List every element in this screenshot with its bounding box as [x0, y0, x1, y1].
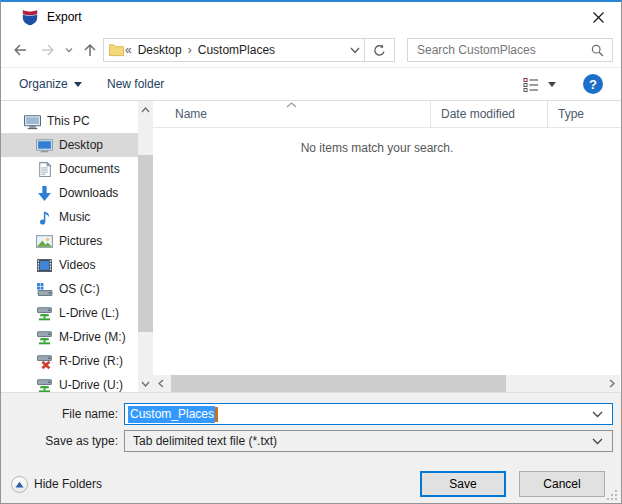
export-save-dialog: Export — [0, 0, 622, 504]
sidebar-item-label: OS (C:) — [59, 282, 100, 296]
app-shield-icon — [21, 7, 39, 26]
text-caret — [215, 407, 218, 422]
save-as-type-dropdown-icon — [592, 438, 603, 445]
file-name-input[interactable]: Custom_Places — [124, 403, 613, 425]
os-drive-icon — [36, 281, 53, 298]
help-button[interactable]: ? — [583, 74, 603, 94]
sidebar-scrollbar[interactable] — [138, 101, 153, 392]
sidebar-item-l-drive-l[interactable]: L-Drive (L:) — [1, 301, 138, 325]
save-as-type-label: Save as type: — [1, 430, 118, 452]
recent-locations-button[interactable] — [61, 39, 77, 61]
scroll-down-icon — [141, 381, 150, 387]
save-as-type-value: Tab delimited text file (*.txt) — [133, 434, 277, 448]
sidebar-item-documents[interactable]: Documents — [1, 157, 138, 181]
scroll-left-button[interactable] — [153, 375, 169, 392]
file-name-label: File name: — [1, 403, 118, 425]
breadcrumb-prefix: « — [124, 43, 133, 57]
save-as-type-select[interactable]: Tab delimited text file (*.txt) — [124, 430, 613, 452]
sidebar-list: This PC Desktop Documents Downloads Musi… — [1, 101, 138, 392]
search-box — [407, 38, 613, 62]
close-icon — [593, 12, 604, 23]
sidebar-item-label: Desktop — [59, 138, 103, 152]
up-one-level-button[interactable] — [79, 39, 101, 61]
navigation-bar: « Desktop › CustomPlaces — [1, 32, 621, 68]
scroll-down-button[interactable] — [138, 375, 153, 392]
sidebar-item-label: Documents — [59, 162, 120, 176]
breadcrumb-desktop[interactable]: Desktop — [133, 43, 187, 57]
sidebar-scrollbar-thumb[interactable] — [138, 155, 153, 332]
sidebar-item-desktop[interactable]: Desktop — [1, 133, 138, 157]
back-icon — [12, 42, 28, 58]
address-dropdown-icon[interactable] — [350, 47, 360, 54]
navigation-pane: This PC Desktop Documents Downloads Musi… — [1, 101, 138, 392]
sidebar-item-label: Music — [59, 210, 90, 224]
forward-button[interactable] — [37, 39, 59, 61]
horizontal-scrollbar[interactable] — [153, 375, 620, 392]
file-name-dropdown-icon[interactable] — [592, 411, 603, 418]
search-input[interactable] — [408, 43, 591, 57]
cancel-button[interactable]: Cancel — [519, 471, 605, 497]
scroll-left-icon — [158, 379, 164, 388]
refresh-button[interactable] — [364, 38, 395, 62]
view-caret-icon — [548, 82, 556, 87]
empty-folder-message: No items match your search. — [153, 141, 601, 155]
scroll-up-button[interactable] — [138, 101, 153, 118]
new-folder-label: New folder — [107, 77, 164, 91]
hide-folders-label: Hide Folders — [34, 477, 102, 491]
sidebar-item-pictures[interactable]: Pictures — [1, 229, 138, 253]
file-name-value: Custom_Places — [128, 406, 215, 423]
column-date-modified[interactable]: Date modified — [430, 101, 547, 128]
column-type[interactable]: Type — [547, 101, 621, 128]
sidebar-item-videos[interactable]: Videos — [1, 253, 138, 277]
sidebar-item-music[interactable]: Music — [1, 205, 138, 229]
forward-icon — [40, 42, 56, 58]
sidebar-item-label: This PC — [47, 114, 90, 128]
computer-icon — [24, 113, 41, 130]
resize-grip[interactable] — [604, 487, 617, 500]
sidebar-item-m-drive-m[interactable]: M-Drive (M:) — [1, 325, 138, 349]
column-name[interactable]: Name — [165, 101, 207, 128]
network-drive-icon — [36, 329, 53, 346]
sidebar-item-label: R-Drive (R:) — [59, 354, 123, 368]
hide-folders-button[interactable]: Hide Folders — [11, 471, 102, 497]
titlebar: Export — [1, 2, 621, 32]
window-title: Export — [47, 2, 82, 32]
sidebar-item-label: Downloads — [59, 186, 118, 200]
videos-icon — [36, 257, 53, 274]
documents-icon — [36, 161, 53, 178]
sidebar-item-label: L-Drive (L:) — [59, 306, 119, 320]
column-header-row: Name Date modified Type — [153, 101, 621, 128]
downloads-icon — [36, 185, 53, 202]
view-options-button[interactable] — [523, 68, 556, 100]
sidebar-item-r-drive-r[interactable]: R-Drive (R:) — [1, 349, 138, 373]
dialog-body: This PC Desktop Documents Downloads Musi… — [1, 101, 621, 392]
sort-ascending-icon — [286, 102, 297, 108]
chevron-down-icon — [61, 42, 77, 58]
organize-label: Organize — [19, 77, 68, 91]
horizontal-scrollbar-thumb[interactable] — [171, 375, 506, 392]
search-icon[interactable] — [591, 44, 604, 57]
sidebar-item-label: U-Drive (U:) — [59, 378, 123, 392]
new-folder-button[interactable]: New folder — [107, 68, 164, 100]
sidebar-item-label: Pictures — [59, 234, 102, 248]
scroll-right-button[interactable] — [604, 375, 620, 392]
command-toolbar: Organize New folder ? — [1, 68, 621, 101]
pictures-icon — [36, 233, 53, 250]
back-button[interactable] — [9, 39, 31, 61]
sidebar-item-downloads[interactable]: Downloads — [1, 181, 138, 205]
address-bar[interactable]: « Desktop › CustomPlaces — [103, 38, 365, 62]
close-button[interactable] — [575, 2, 621, 32]
sidebar-item-os-c[interactable]: OS (C:) — [1, 277, 138, 301]
dialog-footer: File name: Custom_Places Save as type: T… — [1, 392, 621, 503]
save-button[interactable]: Save — [420, 471, 506, 497]
breadcrumb-customplaces[interactable]: CustomPlaces — [193, 43, 280, 57]
network-drive-icon — [36, 305, 53, 322]
list-view-icon — [523, 77, 539, 92]
organize-button[interactable]: Organize — [19, 68, 82, 100]
sidebar-item-this-pc[interactable]: This PC — [1, 109, 138, 133]
up-arrow-icon — [82, 42, 98, 58]
scroll-right-icon — [609, 379, 615, 388]
hide-folders-icon — [11, 476, 28, 493]
folder-icon — [109, 43, 124, 57]
sidebar-item-u-drive-u[interactable]: U-Drive (U:) — [1, 373, 138, 392]
